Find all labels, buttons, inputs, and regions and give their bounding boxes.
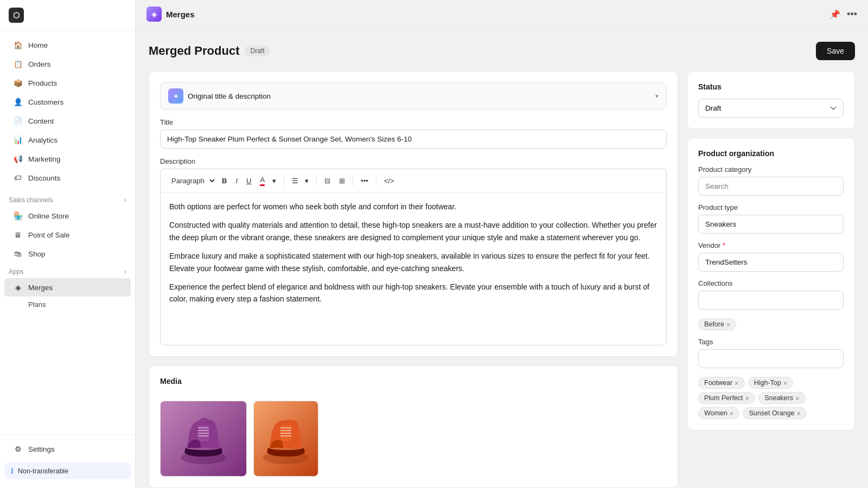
nav-label-pos: Point of Sale — [28, 231, 70, 239]
nav-label-content: Content — [28, 117, 54, 125]
save-button[interactable]: Save — [816, 42, 855, 60]
status-title: Status — [698, 82, 844, 91]
title-input[interactable] — [160, 130, 667, 149]
nav-item-online-store[interactable]: 🏪 Online Store — [4, 207, 131, 225]
toolbar-divider-2 — [316, 176, 317, 186]
more-options-icon[interactable]: ••• — [847, 9, 857, 20]
apps-section[interactable]: Apps › — [0, 264, 135, 278]
ai-toolbar[interactable]: ✦ Original title & description ▾ — [160, 82, 667, 110]
nav-label-home: Home — [28, 41, 48, 49]
nav-label-customers: Customers — [28, 98, 63, 106]
nav-sub-item-plans[interactable]: Plans — [4, 297, 131, 312]
product-type-input[interactable] — [698, 215, 844, 234]
nav-item-customers[interactable]: 👤 Customers — [4, 93, 131, 111]
merges-icon: ◈ — [13, 282, 23, 292]
description-label: Description — [160, 157, 667, 165]
category-search-wrap — [698, 177, 844, 196]
product-org-title: Product organization — [698, 149, 844, 158]
media-label: Media — [160, 377, 667, 386]
color-button-wrap[interactable]: A ▾ — [257, 174, 279, 188]
align-button[interactable]: ☰ — [289, 175, 302, 187]
tag-plum-label: Plum Perfect — [704, 394, 743, 402]
tags-input[interactable] — [698, 349, 844, 368]
nav-label-shop: Shop — [28, 250, 46, 258]
paragraph-style-select[interactable]: Paragraph — [166, 174, 216, 188]
bullet-list-button[interactable]: ⊟ — [321, 175, 334, 187]
tag-sneakers-close[interactable]: × — [795, 395, 800, 402]
nav-item-shop[interactable]: 🛍 Shop — [4, 245, 131, 263]
number-list-button[interactable]: ⊞ — [336, 175, 348, 187]
nav-label-products: Products — [28, 79, 57, 87]
topbar-app-icon: ◈ — [146, 7, 162, 22]
sidebar: ⬡ 🏠 Home 📋 Orders 📦 Products 👤 Customers… — [0, 0, 136, 488]
text-color-button[interactable]: A — [257, 174, 268, 188]
tag-hightop-close[interactable]: × — [783, 380, 788, 387]
topbar-left: ◈ Merges — [146, 7, 195, 22]
expand-apps-icon: › — [124, 268, 126, 275]
collection-tag-close[interactable]: × — [726, 321, 731, 328]
tag-women-label: Women — [704, 409, 727, 417]
collections-label: Collections — [698, 279, 844, 287]
color-chevron[interactable]: ▾ — [269, 175, 279, 187]
more-options-button[interactable]: ••• — [358, 175, 372, 187]
media-thumb-orange[interactable] — [253, 401, 318, 477]
settings-icon: ⚙ — [13, 444, 23, 454]
underline-button[interactable]: U — [243, 175, 254, 187]
tags-field: Tags Footwear × High-Top × — [698, 338, 844, 419]
tag-hightop: High-Top × — [748, 377, 794, 389]
tag-women-close[interactable]: × — [730, 410, 734, 417]
nav-item-settings[interactable]: ⚙ Settings — [4, 440, 131, 458]
plum-shoe-svg — [179, 409, 228, 468]
nav-item-point-of-sale[interactable]: 🖥 Point of Sale — [4, 226, 131, 244]
nav-item-products[interactable]: 📦 Products — [4, 74, 131, 92]
tag-sunset-orange-close[interactable]: × — [797, 410, 801, 417]
collections-input[interactable] — [698, 291, 844, 310]
italic-button[interactable]: I — [232, 175, 241, 187]
ai-label: Original title & description — [188, 92, 651, 100]
main-nav: 🏠 Home 📋 Orders 📦 Products 👤 Customers 📄… — [0, 31, 135, 192]
media-thumb-plum[interactable] — [160, 401, 247, 477]
editor-para-4: Experience the perfect blend of elegance… — [169, 281, 658, 305]
nav-item-home[interactable]: 🏠 Home — [4, 36, 131, 54]
vendor-input[interactable] — [698, 253, 844, 272]
status-select[interactable]: Draft Active — [698, 99, 844, 118]
chevron-down-icon: ▾ — [655, 93, 659, 100]
title-field: Title — [160, 118, 667, 149]
nav-item-marketing[interactable]: 📢 Marketing — [4, 150, 131, 168]
sales-channels-nav: 🏪 Online Store 🖥 Point of Sale 🛍 Shop — [0, 206, 135, 264]
tag-plum: Plum Perfect × — [698, 392, 755, 404]
code-button[interactable]: </> — [381, 175, 398, 187]
orange-shoe-svg — [261, 409, 310, 468]
tags-list: Footwear × High-Top × Plum Perfect × — [698, 377, 844, 419]
home-icon: 🏠 — [13, 40, 23, 50]
description-field: Description Paragraph B I U A — [160, 157, 667, 345]
nav-label-marketing: Marketing — [28, 155, 60, 163]
apps-label: Apps — [9, 268, 23, 275]
nav-item-merges[interactable]: ◈ Merges — [4, 278, 131, 297]
align-chevron[interactable]: ▾ — [302, 175, 312, 187]
pin-icon[interactable]: 📌 — [829, 9, 840, 20]
collections-field: Collections Before × — [698, 279, 844, 330]
toolbar-divider-3 — [353, 176, 353, 186]
media-grid — [160, 393, 667, 477]
tag-hightop-label: High-Top — [754, 379, 781, 387]
app-logo-icon: ⬡ — [9, 8, 24, 23]
nav-item-analytics[interactable]: 📊 Analytics — [4, 131, 131, 149]
tag-sneakers: Sneakers × — [758, 392, 805, 404]
apps-nav: ◈ Merges Plans — [0, 278, 135, 312]
bold-button[interactable]: B — [219, 175, 230, 187]
sales-channels-section[interactable]: Sales channels › — [0, 192, 135, 206]
product-type-label: Product type — [698, 203, 844, 211]
tag-footwear-close[interactable]: × — [735, 380, 739, 387]
align-button-wrap[interactable]: ☰ ▾ — [289, 175, 312, 187]
vendor-field: Vendor — [698, 241, 844, 272]
topbar-title: Merges — [166, 10, 195, 19]
category-search-input[interactable] — [698, 177, 844, 196]
editor-para-3: Embrace luxury and make a sophisticated … — [169, 250, 658, 274]
nav-item-discounts[interactable]: 🏷 Discounts — [4, 169, 131, 187]
editor-body[interactable]: Both options are perfect for women who s… — [161, 193, 666, 345]
nav-item-orders[interactable]: 📋 Orders — [4, 55, 131, 73]
collection-tag-label: Before — [704, 320, 724, 328]
nav-item-content[interactable]: 📄 Content — [4, 112, 131, 130]
tag-plum-close[interactable]: × — [745, 395, 750, 402]
